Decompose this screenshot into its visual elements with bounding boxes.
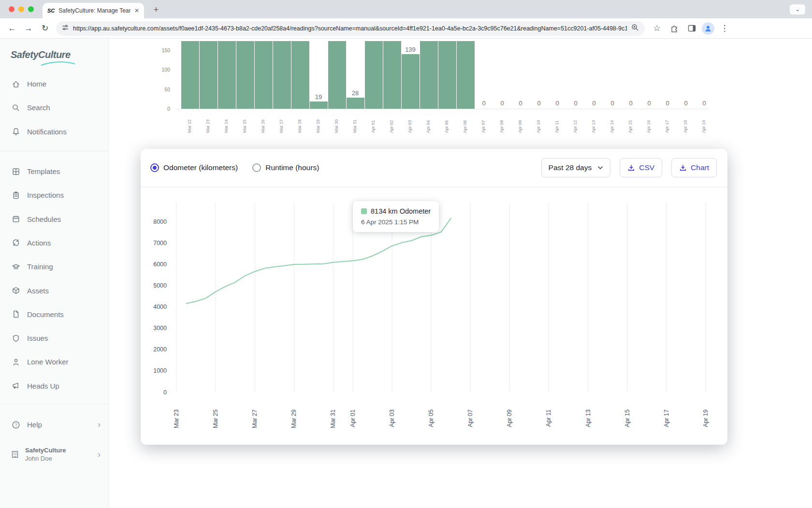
tab-search-button[interactable]: ⌄: [790, 4, 805, 15]
safetyculture-favicon: SC: [47, 8, 55, 14]
svg-text:Mar 27: Mar 27: [251, 409, 258, 428]
svg-text:4000: 4000: [153, 304, 167, 310]
browser-toolbar: ← → ↻ https://app.au.safetyculture.com/a…: [0, 18, 812, 39]
svg-text:Apr 03: Apr 03: [389, 409, 395, 427]
close-window-button[interactable]: [9, 6, 14, 12]
svg-text:Mar 23: Mar 23: [173, 409, 180, 428]
svg-text:Apr 13: Apr 13: [585, 409, 592, 427]
forward-button[interactable]: →: [21, 21, 36, 36]
toolbar-actions: ☆ ⋮: [650, 21, 732, 36]
extensions-puzzle-icon[interactable]: [667, 21, 682, 36]
tooltip-timestamp: 6 Apr 2025 1:15 PM: [361, 218, 431, 226]
svg-text:Apr 19: Apr 19: [702, 409, 709, 427]
svg-text:Apr 11: Apr 11: [545, 409, 552, 427]
reload-button[interactable]: ↻: [38, 21, 52, 36]
svg-text:Apr 17: Apr 17: [663, 409, 670, 427]
modal-controls: Past 28 days CSV Chart: [541, 158, 717, 177]
readings-chart-modal: Odometer (kilometers) Runtime (hours) Pa…: [141, 149, 727, 445]
browser-menu-icon[interactable]: ⋮: [717, 21, 732, 36]
svg-text:1000: 1000: [153, 367, 167, 374]
svg-text:Apr 05: Apr 05: [428, 409, 435, 427]
new-tab-button[interactable]: +: [151, 5, 161, 15]
tab-title: SafetyCulture: Manage Teams and...: [58, 7, 130, 14]
date-range-value: Past 28 days: [549, 163, 592, 172]
radio-runtime[interactable]: Runtime (hours): [252, 163, 319, 172]
page-content: SafetyCulture HomeSearchNotificationsTem…: [0, 39, 812, 508]
back-button[interactable]: ←: [5, 21, 19, 36]
date-range-select[interactable]: Past 28 days: [541, 158, 611, 177]
svg-text:Apr 09: Apr 09: [506, 409, 513, 427]
tab-close-icon[interactable]: ✕: [134, 7, 139, 14]
bookmark-star-icon[interactable]: ☆: [650, 21, 664, 36]
browser-window: SC SafetyCulture: Manage Teams and... ✕ …: [0, 0, 812, 508]
tooltip-value: 8134 km Odometer: [371, 207, 431, 215]
minimize-window-button[interactable]: [18, 6, 24, 12]
svg-text:3000: 3000: [153, 325, 167, 332]
svg-text:6000: 6000: [153, 261, 167, 268]
svg-text:Apr 15: Apr 15: [624, 409, 631, 427]
chart-tooltip: 8134 km Odometer 6 Apr 2025 1:15 PM: [353, 201, 439, 232]
browser-tab[interactable]: SC SafetyCulture: Manage Teams and... ✕: [43, 3, 144, 18]
radio-unselected-icon[interactable]: [252, 163, 261, 172]
svg-text:Mar 25: Mar 25: [212, 409, 219, 428]
radio-odometer-label: Odometer (kilometers): [163, 163, 238, 172]
profile-avatar[interactable]: [702, 22, 714, 35]
radio-runtime-label: Runtime (hours): [265, 163, 319, 172]
svg-text:Mar 29: Mar 29: [290, 409, 297, 428]
csv-button-label: CSV: [639, 163, 654, 172]
odometer-line-chart: Mar 23Mar 25Mar 27Mar 29Mar 31Apr 01Apr …: [141, 187, 727, 444]
download-icon: [679, 164, 687, 172]
zoom-icon[interactable]: [631, 24, 639, 33]
window-controls: [9, 6, 34, 12]
svg-text:5000: 5000: [153, 282, 167, 289]
site-settings-icon[interactable]: [62, 24, 69, 33]
download-chart-button[interactable]: Chart: [671, 158, 717, 177]
svg-text:7000: 7000: [153, 240, 167, 247]
svg-text:Apr 01: Apr 01: [349, 409, 356, 427]
fullscreen-window-button[interactable]: [28, 6, 34, 12]
radio-odometer[interactable]: Odometer (kilometers): [150, 163, 238, 172]
series-swatch: [361, 208, 367, 214]
chevron-down-icon: [597, 166, 603, 170]
svg-text:2000: 2000: [153, 346, 167, 353]
modal-header: Odometer (kilometers) Runtime (hours) Pa…: [141, 149, 727, 187]
chart-button-label: Chart: [691, 163, 709, 172]
address-bar[interactable]: https://app.au.safetyculture.com/assets/…: [56, 21, 645, 36]
url-text[interactable]: https://app.au.safetyculture.com/assets/…: [73, 25, 627, 32]
svg-text:8000: 8000: [153, 218, 167, 225]
radio-selected-icon[interactable]: [150, 163, 159, 172]
svg-text:Apr 07: Apr 07: [467, 409, 474, 427]
side-panel-icon[interactable]: [684, 21, 699, 36]
svg-text:0: 0: [163, 389, 167, 396]
tab-strip: SC SafetyCulture: Manage Teams and... ✕ …: [0, 0, 812, 18]
download-csv-button[interactable]: CSV: [620, 158, 662, 177]
svg-text:Mar 31: Mar 31: [330, 409, 336, 428]
download-icon: [627, 164, 635, 172]
